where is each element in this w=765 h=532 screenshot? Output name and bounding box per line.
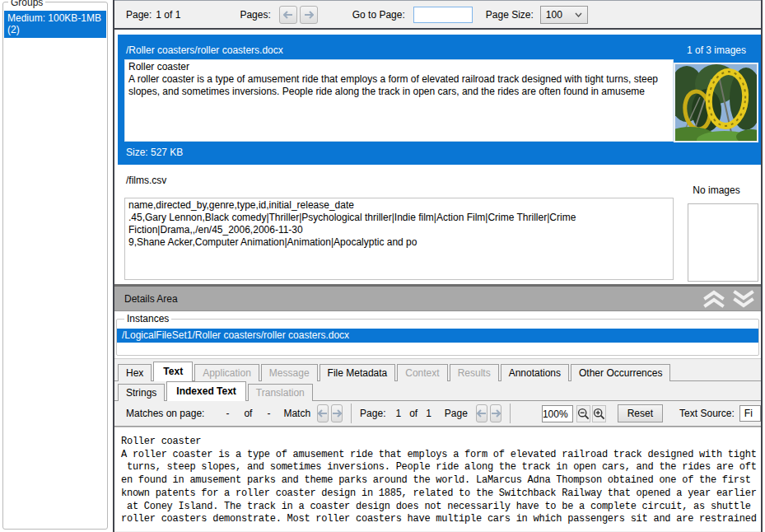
tab-text[interactable]: Text: [153, 362, 193, 381]
tab-results: Results: [450, 364, 499, 381]
groups-label: Groups: [8, 0, 45, 8]
group-item-label: Medium: 100KB-1MB (2): [7, 12, 101, 35]
content-viewer: Hex Text Application Message File Metada…: [114, 358, 761, 532]
tab-hex[interactable]: Hex: [118, 364, 152, 381]
file-path: /films.csv: [126, 175, 166, 186]
viewer-tabs: Hex Text Application Message File Metada…: [114, 359, 761, 381]
zoom-out-icon: [577, 408, 590, 420]
pages-next-button[interactable]: [300, 6, 318, 24]
zoom-level-field[interactable]: 100%: [542, 405, 573, 422]
chevron-down-icon: [575, 12, 582, 17]
details-area-bar: Details Area: [114, 284, 761, 311]
page2-word: Page: [445, 408, 468, 419]
result-card-films-csv[interactable]: /films.csv No images name,directed_by,ge…: [118, 169, 761, 284]
page-next-icon: [491, 409, 501, 418]
page-next-button[interactable]: [490, 404, 501, 422]
page-prev-button[interactable]: [476, 404, 487, 422]
page-prev-icon: [477, 409, 487, 418]
page2-total: 1: [426, 408, 431, 419]
tab-application: Application: [194, 364, 259, 381]
details-collapse-buttons: [702, 288, 756, 310]
result-card-roller-coasters[interactable]: /Roller coasters/roller coasters.docx 1 …: [118, 35, 761, 165]
goto-page-label: Go to Page:: [352, 9, 405, 21]
matches-of-label: of: [244, 408, 252, 419]
file-path: /Roller coasters/roller coasters.docx: [126, 44, 283, 56]
pages-prev-icon: [283, 11, 293, 19]
paging-toolbar: Page: 1 of 1 Pages: Go to Page: Page Siz…: [114, 0, 761, 30]
subtab-translation: Translation: [248, 384, 313, 401]
instances-panel: Instances /LogicalFileSet1/Roller coaste…: [114, 311, 761, 358]
details-area-label: Details Area: [124, 293, 178, 305]
groups-panel: Groups Medium: 100KB-1MB (2): [2, 2, 108, 530]
page-size-value: 100: [546, 9, 562, 21]
text-viewer-toolbar: Matches on page: - of - Match Page: 1 of…: [114, 401, 761, 427]
matches-current: -: [226, 408, 229, 419]
pages-label: Pages:: [240, 9, 270, 21]
indexed-text-area[interactable]: Roller coaster A roller coaster is a typ…: [114, 427, 761, 531]
reset-button[interactable]: Reset: [618, 404, 664, 422]
tab-context: Context: [397, 364, 447, 381]
instances-label: Instances: [124, 313, 171, 324]
match-next-icon: [332, 409, 342, 418]
page-size-select[interactable]: 100: [540, 6, 588, 24]
groups-groupbox: Groups Medium: 100KB-1MB (2): [2, 2, 108, 530]
group-item-medium[interactable]: Medium: 100KB-1MB (2): [4, 11, 106, 38]
main-panel: Page: 1 of 1 Pages: Go to Page: Page Siz…: [113, 0, 763, 532]
match-next-button[interactable]: [331, 404, 343, 422]
subtab-indexed-text[interactable]: Indexed Text: [166, 381, 245, 401]
tab-annotations[interactable]: Annotations: [501, 364, 569, 381]
tab-other-occurrences[interactable]: Other Occurrences: [571, 364, 670, 381]
double-chevron-up-icon: [703, 290, 725, 308]
viewer-subtabs: Strings Indexed Text Translation: [114, 381, 761, 401]
page-label: Page:: [126, 9, 152, 21]
page2-current: 1: [395, 408, 401, 419]
double-chevron-down-icon: [733, 290, 754, 308]
subtab-strings[interactable]: Strings: [118, 384, 165, 401]
match-prev-icon: [318, 409, 328, 418]
tab-file-metadata[interactable]: File Metadata: [320, 364, 396, 381]
instance-path: /LogicalFileSet1/Roller coasters/roller …: [122, 329, 349, 341]
text-preview: Roller coaster A roller coaster is a typ…: [124, 59, 674, 142]
page2-label: Page:: [360, 408, 385, 419]
text-preview: name,directed_by,genre,type,id,initial_r…: [124, 198, 674, 280]
matches-total: -: [267, 408, 270, 419]
instance-row[interactable]: /LogicalFileSet1/Roller coasters/roller …: [117, 329, 758, 343]
images-count-label: No images: [674, 184, 759, 196]
images-count-label: 1 of 3 images: [674, 44, 759, 56]
match-label: Match: [283, 408, 310, 419]
toolbar-separator: [351, 404, 352, 423]
empty-thumbnail-box: [688, 203, 758, 282]
collapse-down-button[interactable]: [731, 288, 756, 310]
roller-coaster-image: [675, 64, 757, 141]
page-size-label: Page Size:: [486, 9, 534, 21]
matches-on-page-label: Matches on page:: [126, 408, 204, 419]
text-source-label: Text Source:: [679, 408, 735, 419]
match-prev-button[interactable]: [317, 404, 329, 422]
indexed-text-content: Roller coaster A roller coaster is a typ…: [121, 436, 761, 526]
app-window: Groups Medium: 100KB-1MB (2) Page: 1 of …: [0, 0, 765, 532]
results-area: /Roller coasters/roller coasters.docx 1 …: [114, 30, 761, 284]
zoom-out-button[interactable]: [576, 405, 590, 422]
tab-message: Message: [261, 364, 318, 381]
pages-prev-button[interactable]: [279, 6, 297, 24]
text-source-select[interactable]: Fi: [739, 405, 761, 422]
toolbar-separator: [510, 404, 511, 423]
goto-page-input[interactable]: [413, 7, 473, 23]
page2-of-label: of: [409, 408, 417, 419]
zoom-in-button[interactable]: [592, 405, 606, 422]
roller-coaster-thumbnail[interactable]: [674, 63, 758, 142]
pages-next-icon: [304, 11, 314, 19]
page-value: 1 of 1: [156, 9, 180, 21]
zoom-in-icon: [593, 408, 605, 420]
file-size-label: Size: 527 KB: [126, 147, 183, 158]
collapse-up-button[interactable]: [702, 288, 726, 310]
